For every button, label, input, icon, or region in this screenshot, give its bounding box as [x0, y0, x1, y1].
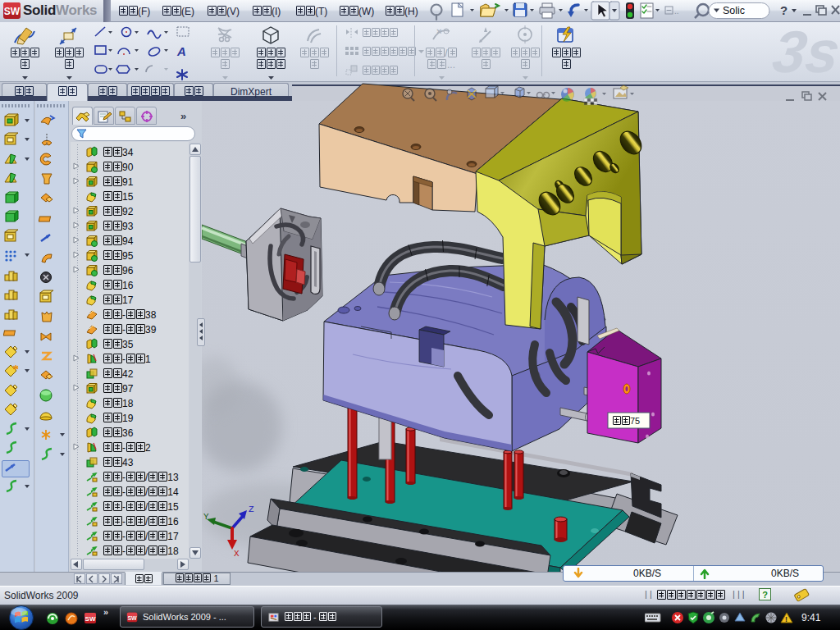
svg-text:×: ×	[436, 26, 441, 36]
svg-text:!: !	[785, 615, 788, 623]
svg-text:SW: SW	[4, 6, 21, 17]
svg-text:A: A	[176, 44, 186, 58]
svg-text:Solic: Solic	[723, 5, 745, 16]
svg-text:Y: Y	[203, 512, 209, 522]
svg-text:Z: Z	[249, 504, 254, 514]
svg-text:..: ..	[674, 7, 679, 16]
svg-text:?: ?	[780, 3, 788, 17]
svg-text:SW: SW	[85, 615, 96, 623]
svg-text:X: X	[234, 549, 240, 559]
svg-text:SW: SW	[127, 615, 137, 621]
